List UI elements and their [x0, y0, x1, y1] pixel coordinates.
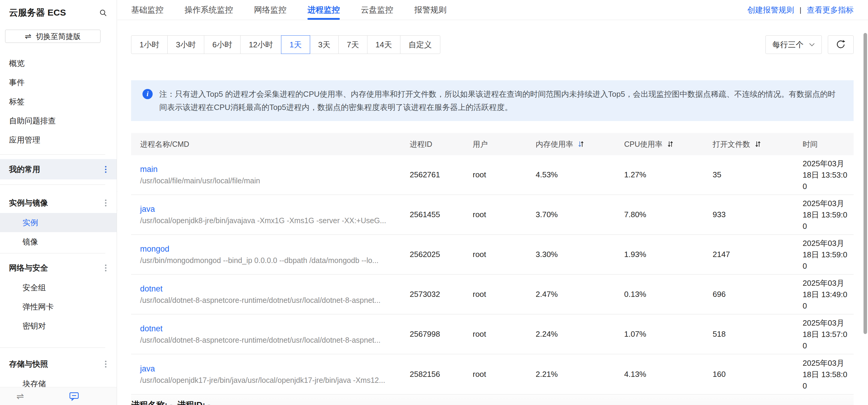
- sidebar-item-enis[interactable]: 弹性网卡: [0, 297, 117, 316]
- kebab-menu-icon[interactable]: [104, 164, 108, 175]
- time-range-custom[interactable]: 自定义: [400, 35, 440, 54]
- process-user: root: [473, 290, 536, 299]
- time-range-6h[interactable]: 6小时: [204, 35, 241, 54]
- section-label: 网络与安全: [9, 263, 104, 273]
- feedback-chat-icon[interactable]: [69, 392, 79, 401]
- sidebar-item-instances[interactable]: 实例: [0, 213, 117, 232]
- sidebar-item-troubleshoot[interactable]: 自助问题排查: [0, 111, 117, 130]
- sort-icon[interactable]: [667, 140, 674, 148]
- mem-usage: 2.21%: [536, 370, 624, 379]
- sidebar-section-storage-snapshots[interactable]: 存储与快照: [0, 354, 117, 374]
- process-id: 2561455: [410, 210, 473, 219]
- time-range-3h[interactable]: 3小时: [167, 35, 204, 54]
- col-name-cmd: 进程名称/CMD: [131, 139, 410, 149]
- process-name-link[interactable]: java: [140, 205, 155, 214]
- app-title: 云服务器 ECS: [9, 7, 99, 19]
- open-files: 2147: [713, 250, 803, 259]
- open-files: 933: [713, 210, 803, 219]
- tab-disk-monitor[interactable]: 云盘监控: [361, 0, 393, 20]
- time-range-3d[interactable]: 3天: [310, 35, 339, 54]
- sidebar-item-tags[interactable]: 标签: [0, 92, 117, 111]
- table-row: dotnet/usr/local/dotnet-8-aspnetcore-run…: [131, 314, 854, 355]
- refresh-button[interactable]: [828, 35, 854, 54]
- sidebar-item-overview[interactable]: 概览: [0, 54, 117, 73]
- process-cmd: /usr/local/dotnet-8-aspnetcore-runtime/d…: [140, 336, 401, 344]
- process-name-link[interactable]: dotnet: [140, 324, 162, 333]
- col-mem-label: 内存使用率: [536, 139, 573, 149]
- sample-time: 2025年03月18日 13:58:00: [803, 358, 847, 392]
- col-pid: 进程ID: [410, 139, 473, 149]
- process-name-link[interactable]: mongod: [140, 244, 169, 254]
- divider: [0, 154, 105, 155]
- sidebar-item-security-groups[interactable]: 安全组: [0, 278, 117, 297]
- info-note-text: 注：只有进入Top5 的进程才会采集进程的CPU使用率、内存使用率和打开文件数，…: [159, 88, 842, 114]
- time-range-14d[interactable]: 14天: [367, 35, 400, 54]
- sidebar-section-instances-images[interactable]: 实例与镜像: [0, 193, 117, 213]
- sidebar-item-events[interactable]: 事件: [0, 73, 117, 92]
- scrollbar-thumb[interactable]: [864, 33, 867, 334]
- time-range-toolbar: 1小时 3小时 6小时 12小时 1天 3天 7天 14天 自定义 每行三个: [117, 20, 868, 54]
- process-name-link[interactable]: dotnet: [140, 284, 162, 294]
- tab-basic-monitor[interactable]: 基础监控: [131, 0, 163, 20]
- page: 云服务器 ECS ⇌ 切换至简捷版 概览 事件 标签 自助问题排查 应用管理 我…: [0, 0, 868, 405]
- table-row: mongod/usr/bin/mongodmongod --bind_ip 0.…: [131, 235, 854, 275]
- sort-icon[interactable]: [577, 140, 585, 148]
- process-user: root: [473, 250, 536, 259]
- sidebar: 云服务器 ECS ⇌ 切换至简捷版 概览 事件 标签 自助问题排查 应用管理 我…: [0, 0, 117, 405]
- switch-version-button[interactable]: ⇌ 切换至简捷版: [5, 30, 100, 43]
- col-cpu[interactable]: CPU使用率: [624, 139, 713, 149]
- process-name-link[interactable]: main: [140, 165, 158, 174]
- process-name-link[interactable]: java: [140, 364, 155, 374]
- per-row-select[interactable]: 每行三个: [766, 35, 822, 54]
- swap-icon[interactable]: ⇌: [17, 391, 24, 401]
- tab-os-monitor[interactable]: 操作系统监控: [184, 0, 233, 20]
- kebab-menu-icon[interactable]: [104, 359, 108, 369]
- time-range-group: 1小时 3小时 6小时 12小时 1天 3天 7天 14天 自定义: [131, 35, 440, 54]
- sort-icon[interactable]: [754, 140, 762, 148]
- sidebar-section-favorites[interactable]: 我的常用: [0, 159, 117, 179]
- selection-summary: 进程名称: -, 进程ID: -: [131, 394, 854, 405]
- sidebar-section-network-security[interactable]: 网络与安全: [0, 258, 117, 278]
- tab-alarm-rules[interactable]: 报警规则: [414, 0, 446, 20]
- time-range-1d[interactable]: 1天: [281, 35, 310, 54]
- view-more-metrics-link[interactable]: 查看更多指标: [807, 5, 854, 15]
- sidebar-item-key-pairs[interactable]: 密钥对: [0, 316, 117, 336]
- sample-time: 2025年03月18日 13:57:00: [803, 317, 847, 351]
- mem-usage: 3.70%: [536, 210, 624, 219]
- tab-network-monitor[interactable]: 网络监控: [254, 0, 286, 20]
- switch-version-label: 切换至简捷版: [36, 31, 81, 41]
- sidebar-item-app-management[interactable]: 应用管理: [0, 130, 117, 149]
- open-files: 160: [713, 370, 803, 379]
- time-range-12h[interactable]: 12小时: [240, 35, 281, 54]
- create-alarm-rule-link[interactable]: 创建报警规则: [747, 5, 794, 15]
- search-icon[interactable]: [99, 9, 107, 17]
- cpu-usage: 1.07%: [624, 330, 713, 339]
- cpu-usage: 4.13%: [624, 370, 713, 379]
- sample-time: 2025年03月18日 13:59:00: [803, 238, 847, 272]
- sidebar-nav: 概览 事件 标签 自助问题排查 应用管理: [0, 54, 117, 149]
- main-content: 基础监控 操作系统监控 网络监控 进程监控 云盘监控 报警规则 创建报警规则 |…: [117, 0, 868, 405]
- process-id: 2567998: [410, 330, 473, 339]
- mem-usage: 2.47%: [536, 290, 624, 299]
- process-table: 进程名称/CMD 进程ID 用户 内存使用率 CPU使用率 打开文件数 时间: [131, 133, 854, 394]
- kebab-menu-icon[interactable]: [104, 263, 108, 273]
- time-range-1h[interactable]: 1小时: [131, 35, 168, 54]
- col-open-files[interactable]: 打开文件数: [713, 139, 803, 149]
- tab-process-monitor[interactable]: 进程监控: [307, 0, 340, 20]
- kebab-menu-icon[interactable]: [104, 198, 108, 208]
- col-mem[interactable]: 内存使用率: [536, 139, 624, 149]
- cpu-usage: 1.93%: [624, 250, 713, 259]
- time-range-7d[interactable]: 7天: [338, 35, 367, 54]
- sample-time: 2025年03月18日 13:53:00: [803, 158, 847, 192]
- info-icon: i: [143, 89, 153, 99]
- sidebar-item-images[interactable]: 镜像: [0, 232, 117, 251]
- col-open-files-label: 打开文件数: [713, 139, 750, 149]
- table-row: dotnet/usr/local/dotnet-8-aspnetcore-run…: [131, 275, 854, 314]
- process-cmd: /usr/bin/mongodmongod --bind_ip 0.0.0.0 …: [140, 256, 401, 265]
- info-note: i 注：只有进入Top5 的进程才会采集进程的CPU使用率、内存使用率和打开文件…: [131, 80, 854, 121]
- divider: [0, 253, 105, 254]
- process-id: 2573032: [410, 290, 473, 299]
- vertical-scrollbar[interactable]: [864, 0, 867, 405]
- sample-time: 2025年03月18日 13:59:00: [803, 198, 847, 232]
- open-files: 35: [713, 170, 803, 179]
